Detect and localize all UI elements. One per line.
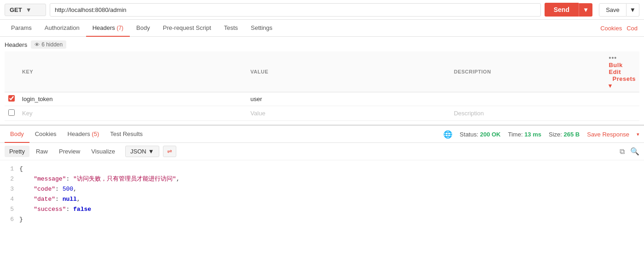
headers-section: Headers 👁 6 hidden KEY VALUE DESCRIPTION…: [0, 37, 644, 125]
format-tab-raw[interactable]: Raw: [31, 146, 52, 157]
row-1-value: user: [250, 96, 262, 102]
tab-body[interactable]: Body: [130, 20, 157, 37]
row-2-value-cell: [247, 106, 450, 121]
line-num-2: 2: [5, 174, 14, 184]
headers-badge: (7): [116, 25, 123, 31]
json-line-5: 5 "success": false: [5, 204, 639, 215]
resp-tab-test-results[interactable]: Test Results: [104, 126, 148, 143]
save-dropdown-button[interactable]: ▼: [627, 3, 639, 17]
tab-headers[interactable]: Headers (7): [86, 20, 130, 37]
th-actions: ••• Bulk Edit Presets ▾: [605, 51, 639, 92]
headers-label-row: Headers 👁 6 hidden: [5, 40, 639, 49]
resp-tab-headers[interactable]: Headers (5): [62, 126, 105, 143]
line-num-4: 4: [5, 194, 14, 204]
row-2-desc-input[interactable]: [454, 109, 602, 118]
time-label: Time: 13 ms: [508, 131, 541, 138]
json-line-2-content: "message": "访问失败，只有管理员才能进行访问",: [19, 174, 180, 184]
row-checkbox-cell: [5, 92, 18, 106]
method-label: GET: [10, 6, 22, 13]
json-line-2: 2 "message": "访问失败，只有管理员才能进行访问",: [5, 174, 639, 184]
json-chevron-icon: ▼: [148, 148, 154, 155]
url-input[interactable]: [50, 3, 541, 17]
th-key: KEY: [18, 51, 247, 92]
method-chevron-icon: ▼: [26, 6, 32, 13]
hidden-count: 6 hidden: [41, 41, 63, 48]
presets-button[interactable]: Presets ▾: [609, 75, 635, 89]
row-2-actions: [605, 106, 639, 121]
tab-authorization[interactable]: Authorization: [38, 20, 86, 37]
row-1-desc-cell: [450, 92, 605, 106]
row-2-desc-cell: [450, 106, 605, 121]
json-format-select[interactable]: JSON ▼: [125, 146, 159, 157]
tab-pre-request[interactable]: Pre-request Script: [157, 20, 218, 37]
row-1-key-cell: login_token: [18, 92, 247, 106]
save-btn-group: Save ▼: [599, 3, 639, 17]
format-tab-visualize[interactable]: Visualize: [87, 146, 120, 157]
json-format-label: JSON: [130, 148, 146, 155]
response-section: Body Cookies Headers (5) Test Results 🌐 …: [0, 125, 644, 229]
tab-tests[interactable]: Tests: [218, 20, 244, 37]
bulk-edit-button[interactable]: Bulk Edit: [609, 62, 622, 75]
table-row: [5, 106, 639, 121]
top-bar: GET ▼ Send ▼ Save ▼: [0, 0, 644, 20]
row-1-key: login_token: [22, 96, 53, 102]
line-num-1: 1: [5, 164, 14, 174]
tab-settings[interactable]: Settings: [244, 20, 279, 37]
hidden-badge[interactable]: 👁 6 hidden: [31, 40, 66, 49]
row-2-key-cell: [18, 106, 247, 121]
row-1-checkbox[interactable]: [8, 95, 15, 102]
json-line-4: 4 "date": null,: [5, 194, 639, 204]
json-line-1: 1 {: [5, 164, 639, 174]
th-description: DESCRIPTION: [450, 51, 605, 92]
status-value: 200 OK: [480, 131, 501, 138]
table-row: login_token user: [5, 92, 639, 106]
th-checkbox: [5, 51, 18, 92]
resp-headers-badge: (5): [92, 130, 99, 137]
resp-tab-body[interactable]: Body: [5, 126, 29, 143]
row-2-checkbox[interactable]: [8, 109, 15, 116]
resp-status-bar: 🌐 Status: 200 OK Time: 13 ms Size: 265 B…: [443, 130, 639, 139]
size-label: Size: 265 B: [549, 131, 580, 138]
response-tabs-bar: Body Cookies Headers (5) Test Results 🌐 …: [0, 125, 644, 143]
status-label: Status: 200 OK: [460, 131, 501, 138]
resp-tab-cookies[interactable]: Cookies: [29, 126, 62, 143]
row-2-key-input[interactable]: [22, 109, 243, 118]
save-response-dropdown[interactable]: ▾: [637, 131, 639, 137]
row-1-actions: [605, 92, 639, 106]
row-2-checkbox-cell: [5, 106, 18, 121]
globe-icon[interactable]: 🌐: [443, 130, 453, 139]
send-dropdown-button[interactable]: ▼: [579, 3, 592, 17]
headers-table: KEY VALUE DESCRIPTION ••• Bulk Edit Pres…: [5, 51, 639, 121]
line-num-6: 6: [5, 215, 14, 225]
request-tabs: Params Authorization Headers (7) Body Pr…: [0, 20, 644, 37]
format-tab-pretty[interactable]: Pretty: [5, 146, 29, 157]
tab-params[interactable]: Params: [5, 20, 38, 37]
format-tab-preview[interactable]: Preview: [54, 146, 85, 157]
method-select[interactable]: GET ▼: [5, 4, 46, 16]
row-1-value-cell: user: [247, 92, 450, 106]
json-line-4-content: "date": null,: [19, 194, 81, 204]
json-line-5-content: "success": false: [19, 204, 91, 215]
row-2-value-input[interactable]: [250, 109, 447, 118]
search-icon[interactable]: 🔍: [630, 147, 639, 156]
copy-icon[interactable]: ⧉: [620, 147, 625, 156]
line-num-3: 3: [5, 184, 14, 194]
cookies-link[interactable]: Cookies: [598, 20, 625, 36]
eye-icon: 👁: [35, 42, 40, 47]
save-button[interactable]: Save: [599, 3, 627, 17]
more-icon[interactable]: •••: [609, 54, 617, 62]
th-value: VALUE: [247, 51, 450, 92]
json-brace-close: }: [19, 215, 23, 225]
wrap-button[interactable]: ⇌: [163, 146, 176, 157]
json-line-6: 6 }: [5, 215, 639, 225]
line-num-5: 5: [5, 204, 14, 215]
time-value: 13 ms: [524, 131, 541, 138]
size-value: 265 B: [564, 131, 580, 138]
code-link[interactable]: Cod: [625, 20, 639, 36]
headers-label: Headers: [5, 41, 27, 48]
send-button[interactable]: Send: [545, 3, 579, 17]
save-response-button[interactable]: Save Response: [587, 131, 629, 138]
json-brace-open: {: [19, 164, 23, 174]
json-line-3-content: "code": 500,: [19, 184, 77, 194]
send-btn-group: Send ▼: [545, 3, 592, 17]
